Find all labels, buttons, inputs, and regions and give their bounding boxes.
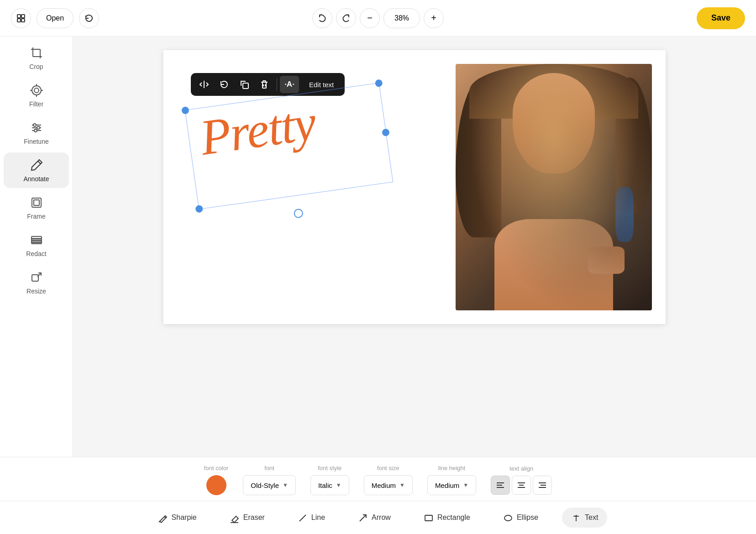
handle-top-right[interactable] bbox=[375, 79, 383, 87]
overlay-text: Pretty bbox=[197, 97, 319, 163]
font-size-dropdown-arrow: ▼ bbox=[399, 482, 405, 488]
text-tool-button[interactable]: Text bbox=[562, 508, 607, 528]
font-style-label: font style bbox=[318, 465, 341, 471]
eraser-tool-button[interactable]: Eraser bbox=[220, 508, 274, 528]
font-style-dropdown[interactable]: Italic ▼ bbox=[310, 475, 349, 495]
svg-rect-22 bbox=[34, 200, 39, 205]
zoom-in-button[interactable]: + bbox=[424, 8, 444, 28]
sidebar-item-filter[interactable]: Filter bbox=[4, 78, 69, 113]
svg-line-45 bbox=[299, 515, 306, 521]
handle-rotate[interactable] bbox=[293, 208, 304, 219]
line-tool-button[interactable]: Line bbox=[289, 508, 334, 528]
font-color-swatch[interactable] bbox=[206, 475, 226, 495]
font-size-group: font size Medium ▼ bbox=[364, 465, 413, 495]
handle-bottom-left[interactable] bbox=[195, 205, 203, 213]
line-height-dropdown[interactable]: Medium ▼ bbox=[427, 475, 476, 495]
svg-point-9 bbox=[34, 88, 39, 93]
svg-rect-1 bbox=[21, 15, 25, 18]
expand-button[interactable] bbox=[11, 8, 31, 28]
svg-point-19 bbox=[34, 129, 37, 132]
sharpie-tool-button[interactable]: Sharpie bbox=[149, 508, 206, 528]
svg-rect-0 bbox=[17, 15, 21, 18]
text-overlay[interactable]: Pretty bbox=[197, 97, 319, 163]
resize-icon bbox=[29, 270, 44, 285]
line-height-label: line height bbox=[438, 465, 465, 471]
save-button[interactable]: Save bbox=[697, 7, 745, 29]
svg-line-46 bbox=[360, 515, 366, 521]
sidebar-item-frame[interactable]: Frame bbox=[4, 190, 69, 225]
frame-icon bbox=[29, 195, 44, 210]
sidebar-item-resize[interactable]: Resize bbox=[4, 265, 69, 300]
handle-middle-right[interactable] bbox=[382, 128, 390, 136]
line-height-group: line height Medium ▼ bbox=[427, 465, 476, 495]
svg-rect-27 bbox=[32, 275, 38, 281]
text-align-label: text align bbox=[509, 465, 533, 472]
text-align-group: text align bbox=[491, 465, 552, 495]
topbar: Open − 38% + bbox=[0, 0, 756, 37]
line-height-dropdown-arrow: ▼ bbox=[463, 482, 468, 488]
text-icon bbox=[571, 512, 581, 523]
svg-point-17 bbox=[33, 124, 36, 126]
svg-rect-47 bbox=[425, 515, 432, 521]
undo-button[interactable] bbox=[312, 8, 332, 28]
font-size-label: font size bbox=[377, 465, 399, 471]
ellipse-tool-button[interactable]: Ellipse bbox=[494, 508, 547, 528]
line-icon bbox=[298, 512, 308, 523]
align-right-button[interactable] bbox=[533, 476, 552, 495]
sidebar-item-redact[interactable]: Redact bbox=[4, 227, 69, 263]
annotate-icon bbox=[29, 158, 44, 173]
finetune-icon bbox=[29, 120, 44, 135]
rectangle-icon bbox=[424, 512, 434, 523]
font-color-label: font color bbox=[204, 465, 228, 471]
redo-button[interactable] bbox=[336, 8, 356, 28]
eraser-icon bbox=[230, 512, 240, 523]
delete-button[interactable] bbox=[255, 76, 274, 93]
svg-line-20 bbox=[38, 161, 41, 164]
arrow-tool-button[interactable]: Arrow bbox=[349, 508, 400, 528]
open-button[interactable]: Open bbox=[37, 8, 74, 28]
font-color-icon: ·A· bbox=[284, 80, 294, 89]
svg-rect-30 bbox=[243, 83, 248, 89]
font-color-group: font color bbox=[204, 465, 228, 495]
rectangle-tool-button[interactable]: Rectangle bbox=[415, 508, 479, 528]
svg-rect-3 bbox=[21, 19, 25, 22]
bottom-panel: font color font Old-Style ▼ font style I… bbox=[0, 457, 756, 534]
svg-line-42 bbox=[164, 517, 166, 518]
sidebar-item-annotate[interactable]: Annotate bbox=[4, 152, 69, 188]
align-left-button[interactable] bbox=[491, 476, 510, 495]
sidebar-item-crop[interactable]: Crop bbox=[4, 40, 69, 76]
arrow-icon bbox=[358, 512, 368, 523]
font-label: font bbox=[264, 465, 274, 471]
font-color-toolbar-button[interactable]: ·A· bbox=[280, 76, 299, 93]
svg-rect-2 bbox=[17, 19, 21, 22]
ellipse-icon bbox=[503, 512, 513, 523]
flip-button[interactable] bbox=[194, 76, 214, 93]
font-dropdown-arrow: ▼ bbox=[283, 482, 288, 488]
rotate-left-button[interactable] bbox=[215, 76, 234, 93]
svg-point-18 bbox=[37, 126, 40, 129]
svg-line-43 bbox=[159, 521, 160, 522]
zoom-display: 38% bbox=[383, 8, 420, 28]
align-buttons bbox=[491, 476, 552, 495]
font-style-group: font style Italic ▼ bbox=[310, 465, 349, 495]
topbar-left: Open bbox=[11, 8, 99, 28]
topbar-center: − 38% + bbox=[312, 8, 444, 28]
font-controls: font color font Old-Style ▼ font style I… bbox=[0, 457, 756, 501]
sharpie-icon bbox=[158, 512, 168, 523]
svg-point-48 bbox=[504, 515, 512, 521]
canvas-area[interactable]: ·A· Edit text Pretty bbox=[73, 37, 756, 457]
main-area: Crop Filter bbox=[0, 37, 756, 457]
handle-top-left[interactable] bbox=[181, 106, 189, 115]
crop-icon bbox=[29, 46, 44, 60]
text-toolbar: ·A· Edit text bbox=[191, 73, 345, 96]
font-style-dropdown-arrow: ▼ bbox=[336, 482, 341, 488]
font-dropdown[interactable]: Old-Style ▼ bbox=[243, 475, 296, 495]
align-center-button[interactable] bbox=[512, 476, 531, 495]
edit-text-button[interactable]: Edit text bbox=[302, 76, 341, 93]
font-size-dropdown[interactable]: Medium ▼ bbox=[364, 475, 413, 495]
history-button[interactable] bbox=[79, 8, 99, 28]
sidebar-item-finetune[interactable]: Finetune bbox=[4, 115, 69, 151]
font-family-group: font Old-Style ▼ bbox=[243, 465, 296, 495]
duplicate-button[interactable] bbox=[235, 76, 254, 93]
zoom-out-button[interactable]: − bbox=[360, 8, 380, 28]
